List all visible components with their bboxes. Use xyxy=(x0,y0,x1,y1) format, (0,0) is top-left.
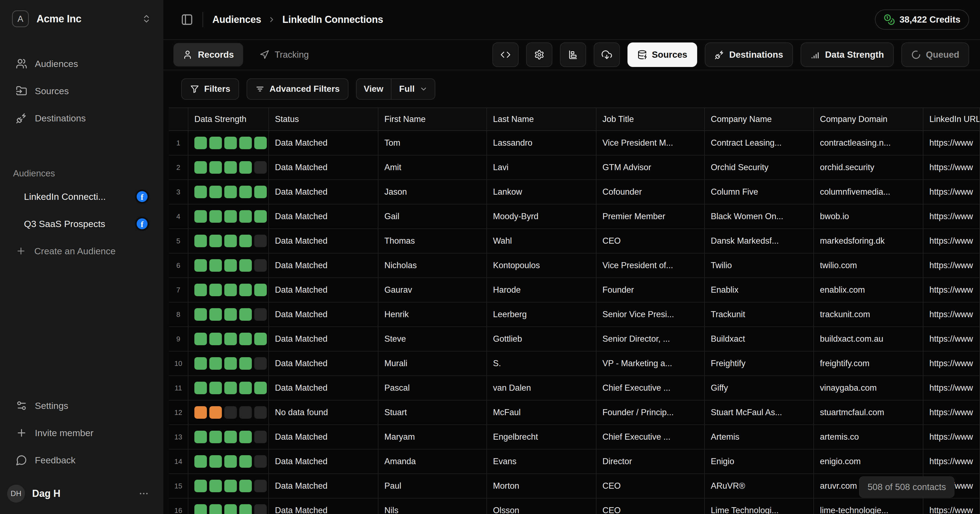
column-header-company-domain[interactable]: Company Domain xyxy=(814,108,923,130)
strength-bar xyxy=(254,210,267,223)
table-row[interactable]: 13 Data Matched Maryam Engelbrecht Chief… xyxy=(169,425,980,449)
code-button[interactable] xyxy=(492,43,519,67)
table-row[interactable]: 12 No data found Stuart McFaul Founder /… xyxy=(169,401,980,425)
table-row[interactable]: 9 Data Matched Steve Gottlieb Senior Dir… xyxy=(169,327,980,352)
table-row[interactable]: 4 Data Matched Gail Moody-Byrd Premier M… xyxy=(169,204,980,229)
row-number: 16 xyxy=(169,498,188,514)
plus-icon xyxy=(16,246,26,256)
spinner-icon xyxy=(911,50,921,60)
strength-bar xyxy=(194,455,207,468)
linkedin-url-cell: https://www xyxy=(923,449,980,473)
column-header-last-name[interactable]: Last Name xyxy=(487,108,597,130)
data-strength-bars xyxy=(194,480,267,492)
data-strength-cell xyxy=(188,449,269,473)
status-cell: Data Matched xyxy=(269,474,379,498)
last-name-cell: Evans xyxy=(487,449,597,473)
advanced-filters-label: Advanced Filters xyxy=(269,84,340,94)
first-name-cell: Stuart xyxy=(379,401,487,425)
tab-tracking[interactable]: Tracking xyxy=(250,43,318,67)
breadcrumb-audiences[interactable]: Audiences xyxy=(212,14,261,25)
avatar: DH xyxy=(7,485,25,503)
table-row[interactable]: 8 Data Matched Henrik Leerberg Senior Vi… xyxy=(169,302,980,327)
strength-bar xyxy=(209,186,222,198)
chevrons-up-down-icon[interactable] xyxy=(142,14,151,24)
plus-icon xyxy=(16,427,27,439)
linkedin-url-cell: https://www xyxy=(923,352,980,376)
column-header-index xyxy=(169,108,188,130)
strength-bar xyxy=(224,382,237,394)
row-number: 15 xyxy=(169,474,188,498)
funnel-icon xyxy=(190,84,199,94)
column-header-first-name[interactable]: First Name xyxy=(379,108,487,130)
settings-button[interactable] xyxy=(526,43,552,67)
strength-bar xyxy=(209,431,222,443)
filters-label: Filters xyxy=(204,84,230,94)
table-row[interactable]: 11 Data Matched Pascal van Dalen Chief E… xyxy=(169,376,980,401)
column-header-data-strength[interactable]: Data Strength xyxy=(188,108,269,130)
tab-records[interactable]: Records xyxy=(173,43,243,67)
table-row[interactable]: 3 Data Matched Jason Lankow Cofounder Co… xyxy=(169,180,980,204)
strength-bar xyxy=(239,210,252,223)
coins-icon xyxy=(884,14,895,25)
strength-bar xyxy=(194,382,207,394)
data-strength-cell xyxy=(188,474,269,498)
filters-button[interactable]: Filters xyxy=(181,78,239,100)
credits-badge[interactable]: 38,422 Credits xyxy=(875,10,969,30)
chart-button[interactable] xyxy=(560,43,586,67)
strength-bar xyxy=(194,406,207,419)
table-row[interactable]: 2 Data Matched Amit Lavi GTM Advisor Orc… xyxy=(169,156,980,180)
column-header-job-title[interactable]: Job Title xyxy=(597,108,705,130)
row-number: 1 xyxy=(169,131,188,155)
data-strength-cell xyxy=(188,253,269,277)
data-strength-cell xyxy=(188,352,269,376)
users-icon xyxy=(16,58,27,69)
status-cell: Data Matched xyxy=(269,229,379,253)
audience-item-q3-saas-prospects[interactable]: Q3 SaaS Prospects f xyxy=(0,210,163,237)
table-row[interactable]: 6 Data Matched Nicholas Kontopoulos Vice… xyxy=(169,253,980,278)
create-audience-button[interactable]: Create an Audience xyxy=(0,237,163,265)
user-menu[interactable]: DH Dag H xyxy=(0,479,163,509)
ellipsis-icon[interactable] xyxy=(138,488,149,499)
sidebar-item-settings[interactable]: Settings xyxy=(0,392,163,419)
table-row[interactable]: 16 Data Matched Nils Olsson CEO Lime Tec… xyxy=(169,498,980,514)
sources-button[interactable]: Sources xyxy=(627,43,697,67)
sidebar-item-audiences[interactable]: Audiences xyxy=(0,50,163,77)
company-domain-cell: buildxact.com.au xyxy=(814,327,923,351)
data-strength-cell xyxy=(188,180,269,204)
strength-bar xyxy=(224,480,237,492)
strength-bar xyxy=(254,137,267,149)
table-row[interactable]: 15 Data Matched Paul Morton CEO ARuVR® a… xyxy=(169,474,980,498)
job-title-cell: Founder xyxy=(597,278,705,302)
strength-bar xyxy=(239,137,252,149)
sidebar-item-sources[interactable]: Sources xyxy=(0,77,163,105)
sidebar-item-invite-member[interactable]: Invite member xyxy=(0,419,163,447)
cloud-download-button[interactable] xyxy=(594,43,620,67)
column-header-linkedin-url[interactable]: LinkedIn URL xyxy=(923,108,980,130)
view-selector[interactable]: View Full xyxy=(356,78,435,100)
queued-button[interactable]: Queued xyxy=(901,43,969,67)
audience-item-linkedin-connections[interactable]: LinkedIn Connecti... f xyxy=(0,183,163,210)
company-name-cell: Stuart McFaul As... xyxy=(705,401,814,425)
app: A Acme Inc Audiences Sources xyxy=(0,0,980,514)
strength-bar xyxy=(194,161,207,174)
sidebar-item-destinations[interactable]: Destinations xyxy=(0,105,163,132)
table-row[interactable]: 1 Data Matched Tom Lassandro Vice Presid… xyxy=(169,131,980,156)
workspace-switcher[interactable]: A Acme Inc xyxy=(0,0,163,27)
strength-bar xyxy=(194,431,207,443)
data-strength-button[interactable]: Data Strength xyxy=(800,43,894,67)
sidebar-toggle-icon[interactable] xyxy=(181,13,193,26)
job-title-cell: VP - Marketing a... xyxy=(597,352,705,376)
company-domain-cell: bwob.io xyxy=(814,204,923,228)
sidebar-item-feedback[interactable]: Feedback xyxy=(0,447,163,474)
table-row[interactable]: 7 Data Matched Gaurav Harode Founder Ena… xyxy=(169,278,980,302)
advanced-filters-button[interactable]: Advanced Filters xyxy=(247,78,348,100)
table-row[interactable]: 5 Data Matched Thomas Wahl CEO Dansk Mar… xyxy=(169,229,980,253)
plug-zap-icon xyxy=(714,50,724,60)
column-header-company-name[interactable]: Company Name xyxy=(705,108,814,130)
table-row[interactable]: 10 Data Matched Murali S. VP - Marketing… xyxy=(169,352,980,376)
destinations-button[interactable]: Destinations xyxy=(705,43,793,67)
column-header-status[interactable]: Status xyxy=(269,108,379,130)
table-row[interactable]: 14 Data Matched Amanda Evans Director En… xyxy=(169,449,980,474)
toolbar-actions: Sources Destinations Data Strength xyxy=(492,43,969,67)
data-strength-bars xyxy=(194,259,267,272)
